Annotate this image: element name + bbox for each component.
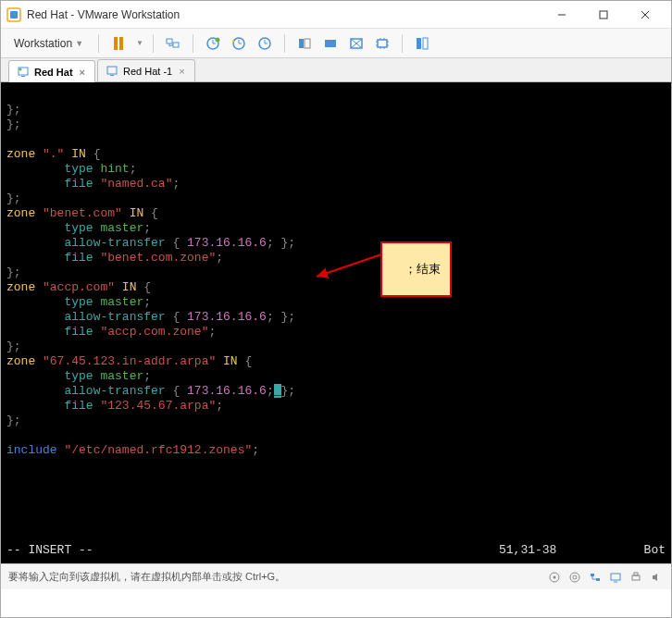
terminal-line: type master; [6, 369, 666, 384]
terminal-line [6, 428, 666, 443]
close-button[interactable] [624, 2, 666, 28]
svg-rect-7 [173, 43, 179, 47]
snapshot-take-button[interactable] [203, 33, 223, 54]
svg-point-26 [554, 575, 556, 578]
terminal-line: }; [6, 266, 666, 280]
tab-close-icon[interactable]: × [78, 67, 87, 78]
pause-button[interactable] [108, 33, 129, 54]
terminal-status-line: -- INSERT -- 51,31-38 Bot [6, 543, 666, 558]
disk-icon[interactable] [547, 570, 562, 585]
terminal-line: file "123.45.67.arpa"; [6, 399, 666, 414]
terminal-line: file "named.ca"; [6, 177, 666, 192]
terminal-line: type hint; [6, 162, 666, 177]
svg-rect-6 [167, 39, 172, 43]
window-title: Red Hat - VMware Workstation [27, 8, 541, 21]
terminal-line [6, 132, 666, 147]
status-bar-icons [547, 570, 664, 585]
tab-label: Red Hat [34, 67, 73, 78]
svg-point-27 [570, 573, 579, 582]
svg-point-28 [573, 575, 577, 579]
vim-mode: -- INSERT -- [6, 543, 499, 558]
toolbar-separator [98, 34, 99, 53]
terminal-line: zone "benet.com" IN { [6, 206, 666, 221]
view-unity-button[interactable] [346, 33, 367, 54]
terminal-line: }; [6, 103, 666, 117]
annotation-text: ；结束 [404, 262, 441, 276]
terminal-line: allow-transfer { 173.16.16.6; }; [6, 310, 666, 325]
svg-rect-12 [299, 39, 304, 48]
terminal-line: zone "67.45.123.in-addr.arpa" IN { [6, 354, 666, 369]
tab-bar: Red Hat × Red Hat -1 × [1, 58, 671, 82]
status-bar: 要将输入定向到该虚拟机，请在虚拟机内部单击或按 Ctrl+G。 [1, 563, 671, 589]
window-controls [541, 2, 666, 28]
terminal-line: type master; [6, 295, 666, 310]
vm-tab-icon [17, 66, 30, 79]
display-icon[interactable] [608, 570, 623, 585]
toolbar-separator [402, 34, 403, 53]
library-button[interactable] [412, 33, 432, 54]
svg-rect-17 [417, 38, 421, 49]
network-icon[interactable] [588, 570, 603, 585]
svg-point-9 [215, 37, 219, 42]
terminal-line: include "/etc/named.rfc1912.zones"; [6, 443, 666, 458]
svg-rect-23 [110, 75, 114, 76]
svg-rect-1 [10, 11, 18, 19]
terminal-line [6, 88, 666, 103]
svg-rect-20 [21, 76, 25, 77]
toolbar-separator [284, 34, 285, 53]
vmware-app-icon [6, 7, 21, 22]
terminal-line: }; [6, 117, 666, 132]
maximize-button[interactable] [582, 2, 624, 28]
terminal-line: type master; [6, 221, 666, 236]
terminal-line: zone "accp.com" IN { [6, 280, 666, 295]
terminal-line: zone "." IN { [6, 147, 666, 162]
printer-icon[interactable] [628, 570, 643, 585]
sound-icon[interactable] [649, 570, 664, 585]
svg-rect-3 [600, 11, 607, 19]
svg-rect-13 [305, 39, 310, 48]
annotation-callout: ；结束 [380, 241, 452, 297]
snapshot-manager-button[interactable] [255, 33, 275, 54]
svg-rect-22 [107, 67, 117, 74]
svg-rect-33 [632, 575, 640, 580]
svg-rect-34 [634, 573, 638, 575]
terminal-line: }; [6, 192, 666, 206]
terminal-line: file "benet.com.zone"; [6, 251, 666, 266]
scroll-position: Bot [610, 543, 666, 558]
terminal-line: }; [6, 414, 666, 428]
tab-close-icon[interactable]: × [177, 66, 186, 77]
window-titlebar: Red Hat - VMware Workstation [1, 1, 671, 29]
workstation-menu[interactable]: Workstation ▼ [8, 34, 89, 53]
svg-rect-18 [423, 38, 428, 49]
svg-point-21 [19, 68, 22, 70]
terminal-viewport[interactable]: };}; zone "." IN { type hint; file "name… [1, 82, 671, 563]
view-console-button[interactable] [294, 33, 315, 54]
tab-label: Red Hat -1 [123, 66, 172, 77]
chevron-down-icon[interactable]: ▼ [136, 39, 143, 47]
send-ctrl-alt-del-button[interactable] [163, 33, 183, 54]
svg-rect-14 [325, 40, 336, 47]
tab-red-hat[interactable]: Red Hat × [8, 60, 95, 82]
terminal-line: allow-transfer { 173.16.16.6;_}; [6, 384, 666, 399]
svg-rect-29 [591, 574, 594, 576]
cd-icon[interactable] [567, 570, 582, 585]
toolbar-separator [153, 34, 154, 53]
svg-rect-30 [596, 578, 600, 581]
svg-rect-31 [611, 574, 620, 580]
svg-rect-16 [378, 40, 387, 47]
cursor-position: 51,31-38 [499, 543, 610, 558]
workstation-menu-label: Workstation [14, 37, 72, 50]
toolbar: Workstation ▼ ▼ [1, 29, 671, 58]
terminal-line: allow-transfer { 173.16.16.6; }; [6, 236, 666, 251]
tab-red-hat-1[interactable]: Red Hat -1 × [97, 59, 195, 81]
snapshot-revert-button[interactable] [229, 33, 249, 54]
view-fullscreen-button[interactable] [320, 33, 341, 54]
minimize-button[interactable] [541, 2, 582, 28]
terminal-line: file "accp.com.zone"; [6, 325, 666, 340]
view-stretch-button[interactable] [372, 33, 392, 54]
vm-tab-icon [106, 65, 118, 78]
chevron-down-icon: ▼ [75, 39, 83, 48]
terminal-line: }; [6, 340, 666, 354]
status-message: 要将输入定向到该虚拟机，请在虚拟机内部单击或按 Ctrl+G。 [8, 570, 547, 584]
toolbar-separator [193, 34, 193, 53]
